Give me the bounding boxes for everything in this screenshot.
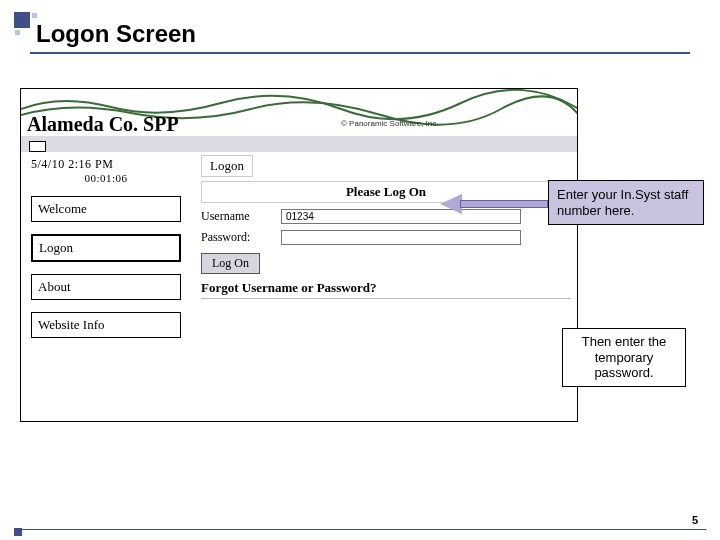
app-screenshot: Alameda Co. SPP © Panoramic Software, In… [20, 88, 578, 422]
tab-stub [29, 141, 46, 152]
logon-button[interactable]: Log On [201, 253, 260, 274]
datetime-text: 5/4/10 2:16 PM [31, 157, 181, 172]
page-number: 5 [692, 514, 698, 526]
footer-square-icon [14, 528, 22, 536]
slide-corner-decoration [12, 10, 38, 36]
nav-about[interactable]: About [31, 274, 181, 300]
arrow-icon [440, 195, 550, 213]
header-band [21, 136, 577, 152]
logon-panel: Logon Please Log On Username Password: L… [201, 155, 571, 299]
elapsed-time: 00:01:06 [31, 172, 181, 184]
slide-title: Logon Screen [36, 20, 196, 48]
username-label: Username [201, 209, 281, 224]
forgot-link[interactable]: Forgot Username or Password? [201, 280, 571, 299]
nav-logon[interactable]: Logon [31, 234, 181, 262]
copyright-text: © Panoramic Software, Inc. [341, 119, 439, 128]
callout-username: Enter your In.Syst staff number here. [548, 180, 704, 225]
nav-website-info[interactable]: Website Info [31, 312, 181, 338]
title-underline [30, 52, 690, 54]
panel-heading: Logon [201, 155, 253, 177]
brand-title: Alameda Co. SPP [27, 113, 179, 136]
nav-welcome[interactable]: Welcome [31, 196, 181, 222]
callout-password: Then enter the temporary password. [562, 328, 686, 387]
left-column: 5/4/10 2:16 PM 00:01:06 Welcome Logon Ab… [31, 157, 181, 338]
password-label: Password: [201, 230, 281, 245]
footer-line [14, 529, 706, 530]
password-input[interactable] [281, 230, 521, 245]
